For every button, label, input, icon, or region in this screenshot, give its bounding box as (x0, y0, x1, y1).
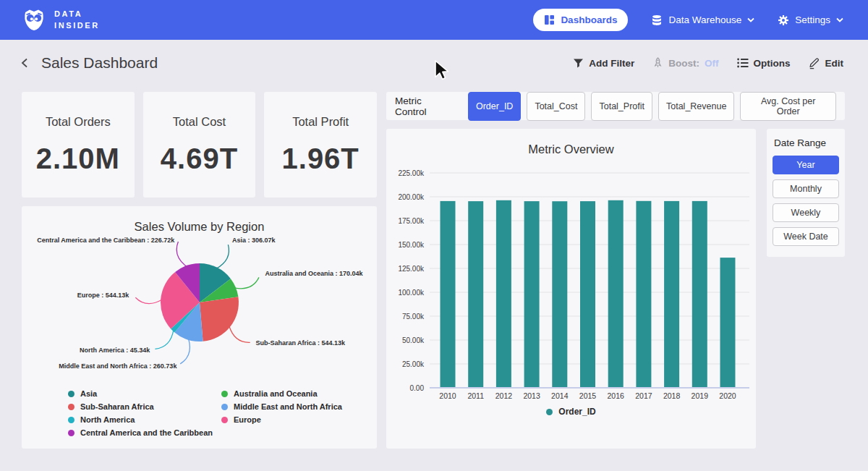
pie-label-australia-and-oceania: Australia and Oceania : 170.04k (265, 270, 364, 277)
owl-logo-icon (22, 8, 46, 33)
pie-label-middle-east-and-north-africa: Middle East and North Africa : 260.73k (59, 362, 177, 370)
boost-value: Off (705, 58, 719, 69)
x-tick-label: 2019 (692, 391, 709, 400)
pie-label-line (135, 297, 162, 303)
kpi-label: Total Orders (46, 115, 111, 129)
legend-dot (68, 417, 75, 423)
legend-label: Central America and the Caribbean (80, 428, 213, 437)
pie-label-line (234, 277, 259, 288)
left-column: Total Orders 2.10M Total Cost 4.69T Tota… (22, 92, 377, 449)
date-range-option-week-date[interactable]: Week Date (773, 227, 839, 246)
y-tick-label: 75.00k (402, 313, 425, 321)
pie-chart-legend: AsiaAustralia and OceaniaSub-Saharan Afr… (68, 389, 377, 437)
legend-item-middle-east-and-north-africa: Middle East and North Africa (221, 402, 377, 411)
bar-chart: 0.0025.00k50.00k75.00k100.00k125.00k150.… (386, 164, 756, 404)
bar-2017 (636, 201, 651, 388)
y-tick-label: 150.00k (398, 241, 425, 249)
options-button[interactable]: Options (737, 58, 791, 69)
kpi-label: Total Cost (173, 115, 226, 129)
bar-2013 (524, 201, 540, 388)
date-range-option-year[interactable]: Year (773, 156, 839, 174)
legend-item-north-america: North America (68, 415, 221, 424)
add-filter-button[interactable]: Add Filter (573, 58, 634, 69)
metric-option-total-profit[interactable]: Total_Profit (591, 92, 652, 121)
bar-chart-card: Metric Overview 0.0025.00k50.00k75.00k10… (386, 129, 756, 449)
legend-dot (221, 404, 228, 410)
metric-option-avg-cost-per-order[interactable]: Avg. Cost per Order (740, 92, 836, 121)
legend-item-australia-and-oceania: Australia and Oceania (221, 389, 377, 398)
legend-dot (221, 417, 228, 423)
x-tick-label: 2014 (551, 391, 569, 400)
bar-2010 (441, 201, 456, 388)
x-tick-label: 2020 (719, 391, 736, 400)
bar-2018 (664, 201, 679, 388)
x-tick-label: 2016 (608, 391, 625, 400)
legend-label: Middle East and North Africa (234, 402, 342, 411)
legend-item-asia: Asia (68, 389, 221, 398)
metric-control-bar: Metric Control Order_IDTotal_CostTotal_P… (386, 92, 845, 120)
date-range-option-monthly[interactable]: Monthly (773, 179, 839, 198)
settings-menu[interactable]: Settings (778, 14, 843, 26)
y-tick-label: 0.00 (410, 384, 425, 392)
right-column: Metric Control Order_IDTotal_CostTotal_P… (386, 92, 845, 449)
pie-label-line (155, 330, 174, 349)
top-nav-menu: Dashboards Data Warehouse Settings (533, 9, 843, 31)
legend-label: Asia (80, 389, 97, 398)
y-tick-label: 225.00k (398, 169, 425, 177)
kpi-card-total-orders: Total Orders 2.10M (22, 92, 135, 198)
kpi-value: 4.69T (161, 143, 238, 175)
add-filter-label: Add Filter (589, 58, 634, 69)
bar-2014 (552, 201, 567, 388)
legend-item-sub-saharan-africa: Sub-Saharan Africa (68, 402, 221, 411)
legend-label: Sub-Saharan Africa (80, 402, 154, 411)
x-tick-label: 2011 (467, 391, 484, 400)
dashboard-content: Total Orders 2.10M Total Cost 4.69T Tota… (0, 86, 868, 449)
gear-icon (778, 14, 789, 26)
x-tick-label: 2015 (579, 391, 597, 400)
edit-button[interactable]: Edit (809, 57, 844, 69)
legend-dot (68, 404, 75, 410)
legend-dot (68, 430, 75, 436)
kpi-value: 1.96T (282, 143, 359, 175)
pie-label-line (176, 242, 187, 267)
back-button[interactable] (19, 56, 32, 69)
bar-2019 (692, 201, 707, 388)
data-warehouse-menu[interactable]: Data Warehouse (651, 14, 754, 26)
pie-label-line (180, 339, 190, 364)
chevron-down-icon (836, 17, 843, 22)
metric-option-order-id[interactable]: Order_ID (468, 92, 521, 121)
brand-line2: INSIDER (54, 20, 100, 32)
list-icon (737, 58, 749, 68)
edit-label: Edit (825, 58, 844, 69)
bar-chart-title: Metric Overview (386, 129, 756, 156)
pie-label-asia: Asia : 306.07k (232, 237, 276, 244)
pencil-icon (809, 57, 820, 69)
dashboard-grid-icon (544, 14, 555, 25)
date-range-options: YearMonthlyWeeklyWeek Date (773, 156, 839, 246)
x-tick-label: 2013 (523, 391, 540, 400)
dashboards-button[interactable]: Dashboards (533, 9, 628, 31)
legend-item-europe: Europe (221, 415, 377, 424)
metric-option-total-cost[interactable]: Total_Cost (527, 92, 585, 121)
y-tick-label: 25.00k (402, 360, 425, 368)
legend-item-central-america-and-the-caribbean: Central America and the Caribbean (68, 428, 221, 437)
x-tick-label: 2010 (439, 391, 456, 400)
y-tick-label: 50.00k (402, 336, 425, 344)
legend-label: North America (80, 415, 135, 424)
metric-options: Order_IDTotal_CostTotal_ProfitTotal_Reve… (468, 92, 836, 121)
kpi-row: Total Orders 2.10M Total Cost 4.69T Tota… (22, 92, 377, 198)
filter-funnel-icon (573, 58, 584, 69)
pie-chart-card: Sales Volume by Region Asia : 306.07kAus… (22, 206, 377, 449)
bar-2016 (608, 200, 624, 388)
options-label: Options (754, 58, 791, 69)
bar-2011 (468, 201, 483, 388)
settings-label: Settings (795, 14, 830, 25)
pie-label-north-america: North America : 45.34k (80, 347, 150, 354)
metric-option-total-revenue[interactable]: Total_Revenue (658, 92, 734, 121)
chevron-left-icon (19, 56, 32, 69)
boost-toggle[interactable]: Boost: Off (652, 57, 718, 69)
dashboards-label: Dashboards (561, 14, 617, 25)
brand-logo[interactable]: DATA INSIDER (22, 8, 100, 33)
bar-chart-legend: Order_ID (386, 407, 756, 417)
date-range-option-weekly[interactable]: Weekly (773, 203, 839, 222)
